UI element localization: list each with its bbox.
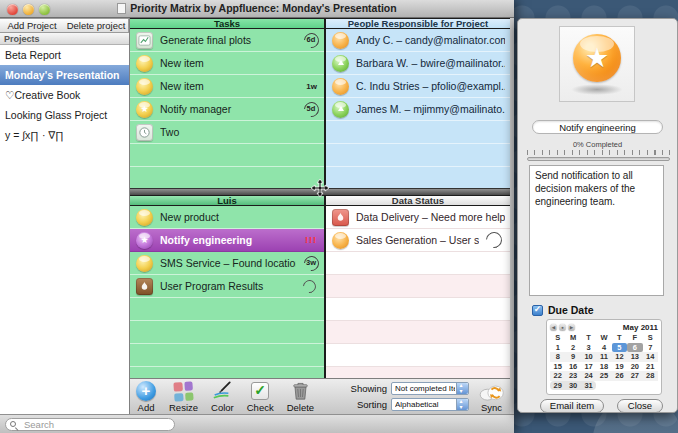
calendar-day[interactable]: 1 xyxy=(550,343,565,353)
sync-tool-button[interactable]: Sync xyxy=(479,381,504,413)
empty-row[interactable] xyxy=(326,298,510,321)
empty-row[interactable] xyxy=(326,367,510,378)
calendar-day[interactable]: 11 xyxy=(596,352,611,362)
notes-field[interactable]: Send notification to all decision makers… xyxy=(529,165,664,296)
calendar-day[interactable]: 3 xyxy=(581,343,596,353)
add-tool-button[interactable]: Add xyxy=(136,381,156,413)
sidebar-item-beta-report[interactable]: Beta Report xyxy=(0,45,129,65)
calendar-day[interactable]: 23 xyxy=(565,371,580,381)
delete-project-button[interactable]: Delete project xyxy=(64,18,129,33)
calendar-day[interactable]: 13 xyxy=(627,352,642,362)
empty-row[interactable] xyxy=(130,298,324,321)
calendar-day[interactable]: 21 xyxy=(643,362,658,372)
empty-row[interactable] xyxy=(130,167,324,188)
calendar-today-icon[interactable] xyxy=(559,324,566,331)
empty-row[interactable] xyxy=(326,121,510,144)
calendar-day[interactable]: 16 xyxy=(565,362,580,372)
progress-slider[interactable] xyxy=(527,150,670,161)
close-window-button[interactable] xyxy=(7,4,18,15)
empty-row[interactable] xyxy=(326,321,510,344)
task-row[interactable]: Two xyxy=(130,121,324,144)
resize-tool-button[interactable]: Resize xyxy=(169,381,198,413)
due-date-checkbox[interactable] xyxy=(532,305,543,316)
calendar-day[interactable] xyxy=(643,381,658,391)
calendar-day[interactable]: 25 xyxy=(596,371,611,381)
titlebar[interactable]: Priority Matrix by Appfluence: Monday's … xyxy=(0,0,514,18)
minimize-window-button[interactable] xyxy=(23,4,34,15)
empty-row[interactable] xyxy=(326,252,510,275)
calendar-day[interactable]: 9 xyxy=(565,352,580,362)
sidebar-item-mondays-presentation[interactable]: Monday's Presentation xyxy=(0,65,129,85)
empty-row[interactable] xyxy=(130,144,324,167)
empty-row[interactable] xyxy=(326,275,510,298)
add-project-button[interactable]: Add Project xyxy=(0,18,64,33)
task-row[interactable]: Notify manager 5d xyxy=(130,98,324,121)
calendar-day-today[interactable]: 5 xyxy=(612,343,627,353)
task-row[interactable]: New product xyxy=(130,206,324,229)
data-row[interactable]: Sales Generation – User study xyxy=(326,229,510,252)
empty-row[interactable] xyxy=(326,344,510,367)
calendar-day[interactable]: 4 xyxy=(596,343,611,353)
calendar-day[interactable]: 14 xyxy=(643,352,658,362)
calendar-day[interactable]: 30 xyxy=(565,381,580,391)
item-title-field[interactable]: Notify engineering xyxy=(532,120,663,134)
empty-row[interactable] xyxy=(130,367,324,378)
person-row[interactable]: James M. – mjimmy@mailinato... xyxy=(326,98,510,121)
calendar-next-icon[interactable] xyxy=(568,324,575,331)
calendar-day[interactable] xyxy=(627,381,642,391)
empty-row[interactable] xyxy=(326,167,510,188)
calendar-day[interactable] xyxy=(612,381,627,391)
task-row[interactable]: New item 1w xyxy=(130,75,324,98)
luis-quadrant-header[interactable]: Luis xyxy=(130,195,324,206)
email-item-button[interactable]: Email item xyxy=(540,399,604,413)
data-status-quadrant-header[interactable]: Data Status xyxy=(324,195,510,206)
sidebar-item-formula[interactable]: y = ∫x∏ · ∇∏ xyxy=(0,125,129,145)
calendar-day[interactable]: 29 xyxy=(550,381,565,391)
calendar-day[interactable]: 7 xyxy=(643,343,658,353)
calendar-day[interactable]: 15 xyxy=(550,362,565,372)
data-row[interactable]: Data Delivery – Need more help xyxy=(326,206,510,229)
calendar-day[interactable]: 19 xyxy=(612,362,627,372)
sorting-dropdown[interactable]: Alphabetical xyxy=(391,398,469,411)
empty-row[interactable] xyxy=(130,321,324,344)
task-row-selected[interactable]: Notify engineering !!! xyxy=(130,229,324,252)
task-row[interactable]: SMS Service – Found location 3w xyxy=(130,252,324,275)
delete-tool-button[interactable]: Delete xyxy=(287,381,314,413)
calendar-day[interactable]: 18 xyxy=(596,362,611,372)
calendar-day[interactable]: 20 xyxy=(627,362,642,372)
orange-star-orb-icon[interactable] xyxy=(573,34,621,82)
empty-row[interactable] xyxy=(130,344,324,367)
calendar-day[interactable] xyxy=(596,381,611,391)
calendar-day[interactable]: 8 xyxy=(550,352,565,362)
task-row[interactable]: Generate final plots 6d xyxy=(130,29,324,52)
calendar-day[interactable]: 31 xyxy=(581,381,596,391)
calendar-day[interactable]: 24 xyxy=(581,371,596,381)
people-quadrant-header[interactable]: People Responsible for Project xyxy=(324,18,510,29)
calendar-day-selected[interactable]: 6 xyxy=(627,343,642,353)
calendar-day[interactable]: 17 xyxy=(581,362,596,372)
calendar-day[interactable]: 27 xyxy=(627,371,642,381)
slider-track[interactable] xyxy=(527,157,670,161)
person-row[interactable]: Barbara W. – bwire@mailinator.... xyxy=(326,52,510,75)
person-row[interactable]: C. Indu Stries – pfolio@exampl... xyxy=(326,75,510,98)
person-row[interactable]: Andy C. – candy@malinator.com xyxy=(326,29,510,52)
sidebar-item-looking-glass[interactable]: Looking Glass Project xyxy=(0,105,129,125)
search-field[interactable] xyxy=(5,418,175,431)
calendar-prev-icon[interactable] xyxy=(550,324,557,331)
sidebar-item-creative-book[interactable]: ♡Creative Book xyxy=(0,85,129,105)
calendar-day[interactable]: 12 xyxy=(612,352,627,362)
calendar-day[interactable]: 26 xyxy=(612,371,627,381)
task-row[interactable]: New item xyxy=(130,52,324,75)
search-input[interactable] xyxy=(22,419,170,430)
zoom-window-button[interactable] xyxy=(39,4,50,15)
showing-dropdown[interactable]: Not completed Items xyxy=(391,382,469,395)
tasks-quadrant-header[interactable]: Tasks xyxy=(130,18,324,29)
task-row[interactable]: User Program Results xyxy=(130,275,324,298)
empty-row[interactable] xyxy=(326,144,510,167)
calendar-day[interactable]: 22 xyxy=(550,371,565,381)
close-button[interactable]: Close xyxy=(617,399,663,413)
calendar-day[interactable]: 10 xyxy=(581,352,596,362)
calendar-day[interactable]: 2 xyxy=(565,343,580,353)
calendar-day[interactable]: 28 xyxy=(643,371,658,381)
check-tool-button[interactable]: Check xyxy=(247,381,274,413)
